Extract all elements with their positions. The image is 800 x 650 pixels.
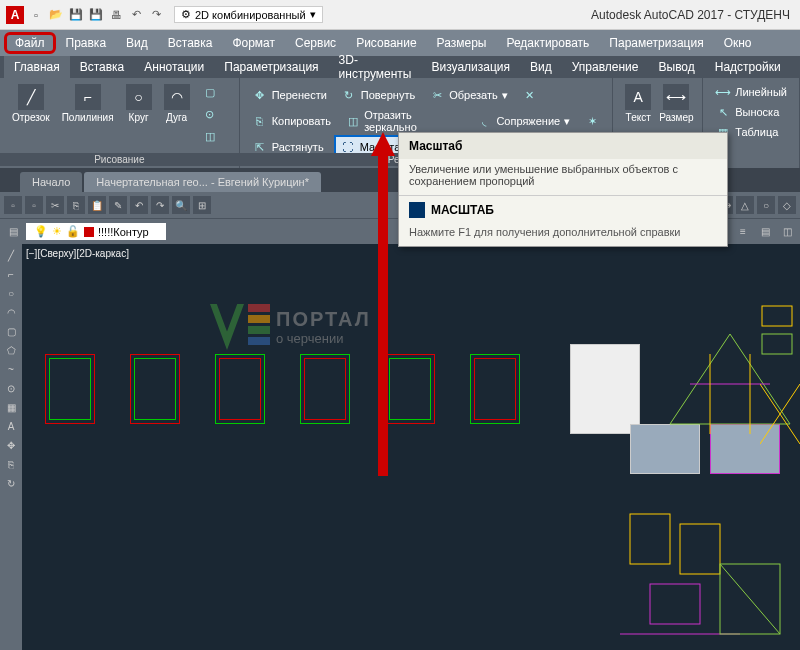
tab-express[interactable]: Express: [791, 56, 800, 78]
erase-icon: ✕: [522, 87, 538, 103]
dim-button[interactable]: ⟷Размер: [655, 82, 697, 125]
fillet-icon: ◟: [476, 113, 492, 129]
tooltip-title: Масштаб: [399, 133, 727, 159]
move-button[interactable]: ✥Перенести: [248, 85, 331, 105]
save-icon[interactable]: 💾: [68, 7, 84, 23]
svg-rect-6: [762, 306, 792, 326]
tab-start[interactable]: Начало: [20, 172, 82, 192]
menu-window[interactable]: Окно: [714, 32, 762, 54]
layer-color-swatch: [84, 227, 94, 237]
tab-viz[interactable]: Визуализация: [421, 56, 520, 78]
menu-format[interactable]: Формат: [222, 32, 285, 54]
thumbnail: [570, 344, 640, 434]
line-button[interactable]: ╱Отрезок: [8, 82, 54, 146]
move-icon: ✥: [252, 87, 268, 103]
menu-file[interactable]: Файл: [4, 32, 56, 54]
svg-rect-7: [762, 334, 792, 354]
leader-button[interactable]: ↖Выноска: [711, 102, 791, 122]
watermark: ПОРТАЛо черчении: [210, 304, 371, 350]
trim-button[interactable]: ✂Обрезать ▾: [425, 85, 512, 105]
menu-edit[interactable]: Правка: [56, 32, 117, 54]
menu-view[interactable]: Вид: [116, 32, 158, 54]
svg-rect-11: [680, 524, 720, 574]
tab-param[interactable]: Параметризация: [214, 56, 328, 78]
arc-icon: ◠: [164, 84, 190, 110]
circle-icon: ○: [126, 84, 152, 110]
annotation-arrow: [378, 132, 395, 476]
trim-icon: ✂: [429, 87, 445, 103]
menu-param[interactable]: Параметризация: [599, 32, 713, 54]
plot-icon[interactable]: 🖶: [108, 7, 124, 23]
menu-modify[interactable]: Редактировать: [496, 32, 599, 54]
panel-draw-title: Рисование: [0, 153, 239, 166]
lock-icon: 🔓: [66, 225, 80, 238]
drawing-rect: [470, 354, 520, 424]
tab-document[interactable]: Начертательная гео... - Евгений Курицин*: [84, 172, 321, 192]
polyline-icon: ⌐: [75, 84, 101, 110]
menu-dim[interactable]: Размеры: [427, 32, 497, 54]
menu-insert[interactable]: Вставка: [158, 32, 223, 54]
scale-icon: [409, 202, 425, 218]
circle-button[interactable]: ○Круг: [122, 82, 156, 146]
copy-button[interactable]: ⎘Копировать: [248, 111, 335, 131]
tab-annot[interactable]: Аннотации: [134, 56, 214, 78]
svg-rect-12: [650, 584, 700, 624]
bulb-icon: 💡: [34, 225, 48, 238]
rotate-button[interactable]: ↻Повернуть: [337, 85, 419, 105]
tooltip-cmd: МАСШТАБ: [431, 203, 494, 217]
workspace-dropdown[interactable]: ⚙ 2D комбинированный ▾: [174, 6, 323, 23]
viewport-label[interactable]: [−][Сверху][2D-каркас]: [26, 248, 129, 259]
undo-icon[interactable]: ↶: [128, 7, 144, 23]
saveas-icon[interactable]: 💾: [88, 7, 104, 23]
drawing-geometry: [620, 504, 800, 650]
tab-manage[interactable]: Управление: [562, 56, 649, 78]
drawing-geometry: [760, 304, 800, 464]
tool2[interactable]: ⊙: [198, 104, 222, 124]
app-logo-icon: A: [6, 6, 24, 24]
drawing-rect: [300, 354, 350, 424]
tooltip: Масштаб Увеличение или уменьшение выбран…: [398, 132, 728, 247]
tooltip-help: Нажмите F1 для получения дополнительной …: [399, 224, 727, 246]
chevron-down-icon: ▾: [310, 8, 316, 21]
linear-icon: ⟷: [715, 84, 731, 100]
gear-icon: ⚙: [181, 8, 191, 21]
svg-line-15: [720, 564, 780, 634]
qat-icon[interactable]: ▫: [4, 196, 22, 214]
open-icon[interactable]: 📂: [48, 7, 64, 23]
tab-view[interactable]: Вид: [520, 56, 562, 78]
tool3[interactable]: ◫: [198, 126, 222, 146]
mirror-button[interactable]: ◫Отразить зеркально: [341, 107, 466, 135]
drawing-canvas[interactable]: ╱⌐○◠▢⬠~⊙▦A✥⎘↻ [−][Сверху][2D-каркас] ПОР…: [0, 244, 800, 650]
window-title: Autodesk AutoCAD 2017 - СТУДЕНЧ: [591, 8, 794, 22]
linear-button[interactable]: ⟷Линейный: [711, 82, 791, 102]
copy-icon: ⎘: [252, 113, 268, 129]
titlebar: A ▫ 📂 💾 💾 🖶 ↶ ↷ ⚙ 2D комбинированный ▾ A…: [0, 0, 800, 30]
svg-rect-10: [630, 514, 670, 564]
redo-icon[interactable]: ↷: [148, 7, 164, 23]
svg-line-0: [670, 334, 730, 424]
fillet-button[interactable]: ◟Сопряжение ▾: [472, 111, 574, 131]
text-button[interactable]: AТекст: [621, 82, 655, 125]
dim-icon: ⟷: [663, 84, 689, 110]
arc-button[interactable]: ◠Дуга: [160, 82, 194, 146]
text-icon: A: [625, 84, 651, 110]
polyline-button[interactable]: ⌐Полилиния: [58, 82, 118, 146]
mirror-icon: ◫: [345, 113, 360, 129]
tab-addins[interactable]: Надстройки: [705, 56, 791, 78]
erase-button[interactable]: ✕: [518, 85, 542, 105]
layer-dropdown[interactable]: 💡 ☀ 🔓 !!!!!Контур: [26, 223, 166, 240]
drawing-rect: [130, 354, 180, 424]
side-toolbar: ╱⌐○◠▢⬠~⊙▦A✥⎘↻: [0, 244, 22, 650]
ribbon-tabs: Главная Вставка Аннотации Параметризация…: [0, 56, 800, 78]
layer-prop-icon[interactable]: ▤: [4, 223, 22, 241]
drawing-rect: [215, 354, 265, 424]
rotate-icon: ↻: [341, 87, 357, 103]
new-icon[interactable]: ▫: [28, 7, 44, 23]
tool1[interactable]: ▢: [198, 82, 222, 102]
tab-home[interactable]: Главная: [4, 56, 70, 78]
tab-insert[interactable]: Вставка: [70, 56, 135, 78]
leader-icon: ↖: [715, 104, 731, 120]
workspace-label: 2D комбинированный: [195, 9, 306, 21]
tab-output[interactable]: Вывод: [649, 56, 705, 78]
explode-button[interactable]: ✶: [580, 111, 604, 131]
